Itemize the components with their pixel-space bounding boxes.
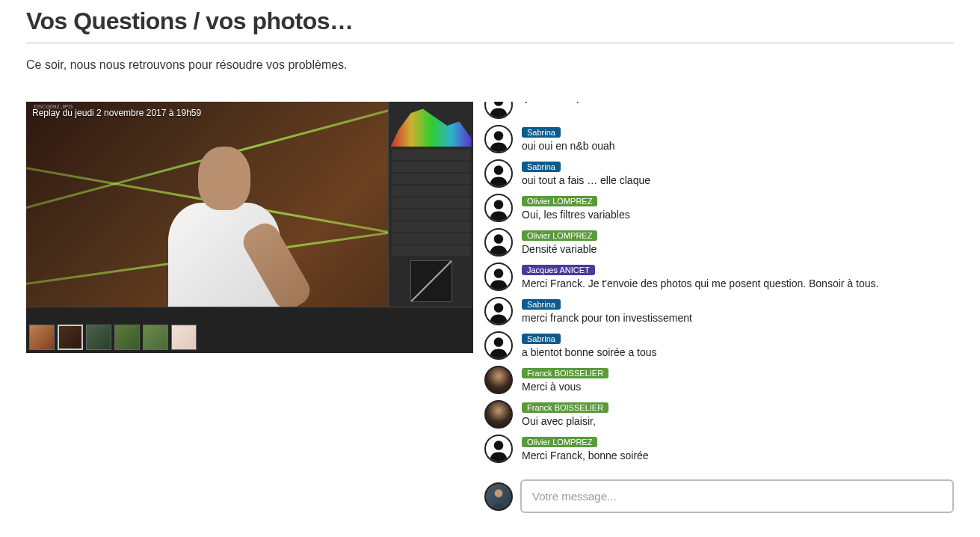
chat-message: Sabrinaa bientot bonne soirée a tous <box>484 331 948 360</box>
thumbnail[interactable] <box>29 325 55 350</box>
thumbnail[interactable] <box>86 325 111 350</box>
chat-message: Sabrinaoui tout a fais … elle claque <box>484 159 948 188</box>
page-subtitle: Ce soir, nous nous retrouvons pour résou… <box>26 58 954 72</box>
avatar <box>484 331 513 360</box>
avatar <box>484 102 513 119</box>
author-badge: Sabrina <box>522 299 561 310</box>
svg-point-7 <box>494 337 504 347</box>
message-text: a bientot bonne soirée a tous <box>522 346 657 358</box>
svg-point-6 <box>494 303 504 313</box>
message-text: Oui, les filtres variables <box>522 209 630 221</box>
video-filename: DSC0092.JPG <box>34 103 73 110</box>
chat-message-list[interactable]: Ça arrache plus en N&B.Sabrinaoui oui en… <box>484 102 954 469</box>
svg-point-3 <box>494 200 504 209</box>
message-text: merci franck pour ton investissement <box>522 312 692 324</box>
svg-point-5 <box>494 268 504 278</box>
message-text: oui oui en n&b ouah <box>522 140 615 152</box>
author-badge: Sabrina <box>522 334 561 344</box>
chat-message: Jacques ANICETMerci Franck. Je t'envoie … <box>484 263 948 291</box>
message-text: oui tout a fais … elle claque <box>522 174 650 186</box>
chat-message: Olivier LOMPREZMerci Franck, bonne soiré… <box>484 435 948 463</box>
avatar <box>484 435 513 463</box>
chat-message: Olivier LOMPREZDensité variable <box>484 228 948 257</box>
avatar <box>484 228 513 257</box>
page-title: Vos Questions / vos photos… <box>26 7 954 35</box>
svg-point-4 <box>494 234 504 244</box>
author-badge: Olivier LOMPREZ <box>522 230 597 241</box>
svg-point-9 <box>495 489 503 497</box>
svg-point-0 <box>494 102 504 106</box>
chat-message: Sabrinamerci franck pour ton investissem… <box>484 297 948 325</box>
avatar <box>484 297 513 325</box>
message-text: Oui avec plaisir, <box>522 415 596 427</box>
message-text: Merci Franck. Je t'envoie des photos qui… <box>522 277 878 289</box>
svg-point-1 <box>494 131 504 141</box>
svg-point-2 <box>494 165 504 175</box>
author-badge: Franck BOISSELIER <box>522 402 608 413</box>
thumbnail[interactable] <box>143 325 168 350</box>
author-badge: Franck BOISSELIER <box>522 368 608 378</box>
avatar <box>484 263 513 291</box>
chat-message: Olivier LOMPREZOui, les filtres variable… <box>484 194 948 222</box>
author-badge: Sabrina <box>522 127 561 138</box>
avatar <box>484 400 513 429</box>
tone-curve-icon <box>410 260 452 302</box>
avatar <box>484 159 513 188</box>
thumbnail[interactable] <box>58 325 83 350</box>
thumbnail[interactable] <box>114 325 140 350</box>
lightroom-filmstrip <box>26 307 473 353</box>
lightroom-panel <box>388 102 473 319</box>
divider <box>26 43 954 43</box>
video-player[interactable]: DSC0092.JPG Replay du jeudi 2 novembre 2… <box>26 102 473 353</box>
avatar <box>484 125 513 153</box>
chat-message: Sabrinaoui oui en n&b ouah <box>484 125 948 153</box>
author-badge: Sabrina <box>522 162 561 172</box>
thumbnail[interactable] <box>171 325 197 350</box>
author-badge: Olivier LOMPREZ <box>522 196 597 206</box>
svg-point-8 <box>494 441 504 450</box>
message-input[interactable] <box>520 479 954 513</box>
message-text: Ça arrache plus en N&B. <box>522 102 638 103</box>
message-text: Densité variable <box>522 243 597 255</box>
message-text: Merci à vous <box>522 381 581 393</box>
histogram-icon <box>391 105 472 147</box>
chat-message: Franck BOISSELIERMerci à vous <box>484 366 948 394</box>
avatar <box>484 366 513 394</box>
author-badge: Jacques ANICET <box>522 265 595 275</box>
avatar <box>484 194 513 222</box>
author-badge: Olivier LOMPREZ <box>522 437 597 447</box>
avatar <box>484 482 513 511</box>
message-text: Merci Franck, bonne soirée <box>522 449 649 461</box>
chat-message: Franck BOISSELIEROui avec plaisir, <box>484 400 948 429</box>
chat-message: Ça arrache plus en N&B. <box>484 102 948 119</box>
